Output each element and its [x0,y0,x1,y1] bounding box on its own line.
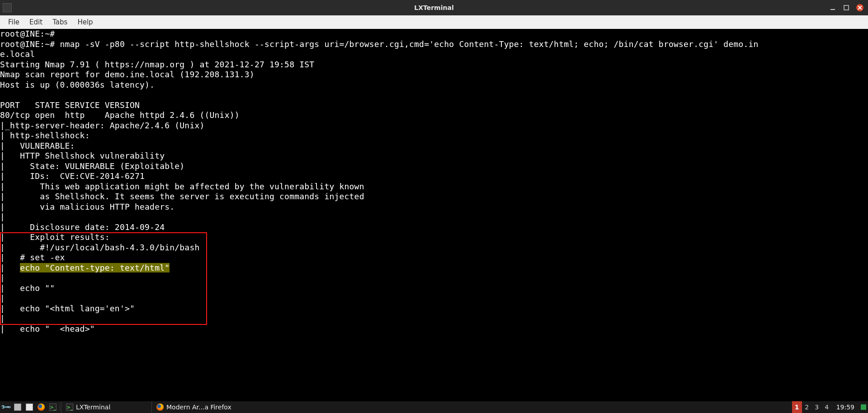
terminal-line: | [0,273,868,283]
maximize-icon [843,4,850,11]
terminal-line: | This web application might be affected… [0,182,868,192]
terminal-line [0,90,868,100]
terminal-line: |_http-server-header: Apache/2.4.6 (Unix… [0,121,868,131]
terminal-line: root@INE:~# [0,29,868,39]
terminal-output[interactable]: root@INE:~#root@INE:~# nmap -sV -p80 --s… [0,29,868,401]
firefox-icon [38,404,45,411]
svg-rect-1 [844,5,849,10]
app-menu-button[interactable]: 🔧 [0,401,12,413]
wrench-icon: 🔧 [0,401,12,413]
terminal-line: Starting Nmap 7.91 ( https://nmap.org ) … [0,60,868,70]
terminal-line: Host is up (0.000036s latency). [0,80,868,90]
terminal-line: | [0,212,868,222]
terminal-line: | [0,314,868,324]
task-firefox-icon [156,404,164,411]
window-titlebar: LXTerminal [0,0,868,15]
terminal-line: | echo "Content-type: text/html" [0,263,868,273]
workspace-4[interactable]: 4 [822,401,832,413]
taskbar-right: 1 2 3 4 19:59 [792,401,868,413]
tray-green-icon [861,404,866,410]
terminal-line: | echo "<html lang='en'>" [0,304,868,314]
text-editor-launcher[interactable] [24,401,35,413]
file-manager-icon [14,404,21,411]
terminal-line: | [0,293,868,304]
terminal-line: | Exploit results: [0,232,868,243]
terminal-line: root@INE:~# nmap -sV -p80 --script http-… [0,39,868,50]
window-title: LXTerminal [414,4,453,11]
menu-help[interactable]: Help [73,16,97,28]
terminal-line: | HTTP Shellshock vulnerability [0,151,868,161]
app-icon [3,3,12,12]
taskbar-clock: 19:59 [832,404,859,411]
terminal-line: | #!/usr/local/bash-4.3.0/bin/bash [0,243,868,253]
terminal-line: Nmap scan report for demo.ine.local (192… [0,70,868,80]
terminal-icon: >_ [49,404,57,411]
terminal-line: | VULNERABLE: [0,141,868,151]
menu-edit[interactable]: Edit [25,16,47,28]
close-icon [856,4,863,11]
tray-indicator[interactable] [859,401,868,413]
menu-tabs[interactable]: Tabs [48,16,72,28]
close-button[interactable] [856,4,863,11]
taskbar: 🔧 >_ >_ LXTerminal Modern Ar...a Firefox… [0,401,868,413]
terminal-line: | as Shellshock. It seems the server is … [0,192,868,202]
maximize-button[interactable] [843,4,850,11]
firefox-launcher[interactable] [35,401,47,413]
minimize-button[interactable] [829,4,836,11]
highlighted-text: echo "Content-type: text/html" [20,263,170,272]
terminal-line: | # set -ex [0,253,868,263]
menu-bar: File Edit Tabs Help [0,15,868,29]
terminal-line: | IDs: CVE:CVE-2014-6271 [0,171,868,182]
minimize-icon [829,4,836,11]
taskbar-task-lxterminal[interactable]: >_ LXTerminal [61,401,151,413]
terminal-launcher[interactable]: >_ [47,401,59,413]
terminal-line: 80/tcp open http Apache httpd 2.4.6 ((Un… [0,110,868,121]
terminal-line: | http-shellshock: [0,131,868,141]
terminal-wrapper: root@INE:~#root@INE:~# nmap -sV -p80 --s… [0,29,868,401]
taskbar-separator [60,403,60,411]
terminal-line: | State: VULNERABLE (Exploitable) [0,161,868,172]
terminal-line: | echo "" [0,283,868,294]
workspace-3[interactable]: 3 [812,401,822,413]
workspace-2[interactable]: 2 [802,401,812,413]
workspace-1[interactable]: 1 [792,401,802,413]
task-terminal-icon: >_ [66,404,73,411]
taskbar-task-firefox[interactable]: Modern Ar...a Firefox [151,401,242,413]
terminal-line: e.local [0,49,868,60]
terminal-line: | echo " <head>" [0,324,868,334]
terminal-line: | via malicious HTTP headers. [0,202,868,212]
menu-file[interactable]: File [4,16,24,28]
terminal-line: PORT STATE SERVICE VERSION [0,100,868,111]
window-controls [829,4,868,11]
task-label: LXTerminal [76,404,110,411]
text-editor-icon [26,404,33,411]
file-manager-launcher[interactable] [12,401,24,413]
task-label: Modern Ar...a Firefox [166,404,231,411]
terminal-line: | Disclosure date: 2014-09-24 [0,222,868,233]
